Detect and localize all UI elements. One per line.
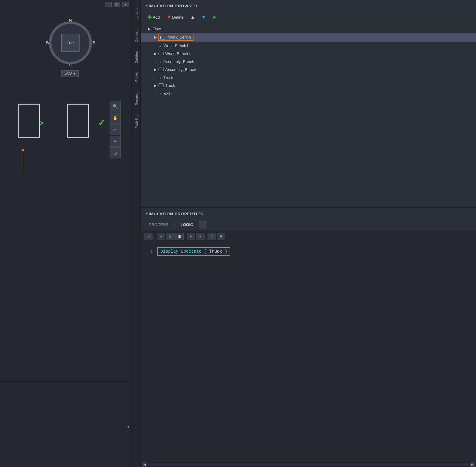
move-down-button[interactable]: ▼: [199, 13, 209, 21]
browser-tree: ▶ Flow ▶ Work_Bench ↳ Work_Bench1: [141, 24, 476, 207]
tree-expand-assembly[interactable]: ▶: [153, 67, 158, 72]
copy-icon: ⧉: [169, 235, 171, 239]
assembly-link-label: Assembly_Bench: [163, 59, 194, 64]
tree-item-workbench[interactable]: ▶ Work_Bench: [141, 33, 476, 42]
orange-arrow-up: ▲: [21, 147, 25, 173]
arrow-check-icon: ✓: [98, 118, 105, 128]
side-tabs-column: Locatio... Conve... Entities Flows Resou…: [132, 0, 141, 467]
flow-label: Flow: [152, 27, 161, 31]
workbench1-link-label: Work_Bench1: [163, 43, 188, 48]
compass-center-button[interactable]: TOP: [61, 34, 80, 52]
browser-toolbar: ✚ Add ✖ Delete ▲ ▼ ➤: [141, 11, 476, 24]
tree-expand-workbench[interactable]: ▶: [153, 35, 158, 40]
move-up-button[interactable]: ▲: [188, 13, 198, 21]
indent-less-icon: ⇤: [190, 235, 192, 238]
workbench1-label: Work_Bench1: [165, 51, 190, 56]
horizontal-scrollbar: ◀ ▶: [141, 462, 476, 467]
tab-separator: |: [174, 222, 175, 228]
compass-ring: TOP: [49, 21, 92, 64]
node-icon[interactable]: ✦: [110, 136, 121, 147]
main-content-area: SIMULATION BROWSER ✚ Add ✖ Delete ▲ ▼ ➤: [141, 0, 476, 467]
tree-expand-workbench1[interactable]: ▶: [153, 51, 158, 56]
line-number-1: 1: [143, 249, 152, 254]
link-connector-2: ↳: [158, 59, 162, 64]
code-paren-close: ): [225, 249, 227, 254]
scroll-indicator: ▼: [126, 424, 130, 429]
assembly-icon: [159, 68, 163, 71]
indent-more-icon: ⇥: [199, 235, 201, 238]
link-connector-4: ↳: [158, 91, 162, 96]
paste-icon: 📋: [178, 235, 181, 238]
tree-item-assembly-link[interactable]: ↳ Assembly_Bench: [141, 57, 476, 65]
tab-logic[interactable]: LOGIC: [176, 221, 197, 229]
scroll-right-button[interactable]: ▶: [470, 462, 475, 467]
align-left-button[interactable]: ⬡: [208, 233, 216, 240]
pan-icon[interactable]: ✋: [110, 113, 121, 124]
indent-more-button[interactable]: ⇥: [196, 233, 204, 240]
truck-label: Truck: [165, 83, 175, 88]
tree-item-truck-link[interactable]: ↳ Truck: [141, 73, 476, 81]
exit-link-label: EXIT: [163, 91, 172, 96]
tree-item-workbench1-link[interactable]: ↳ Work_Bench1: [141, 42, 476, 50]
viewport-rect-right: [67, 104, 89, 138]
properties-toolbar: PROCESS | LOGIC ...: [141, 219, 476, 231]
vertical-toolbar: 🔍 ✋ ✂ ✦ ⊞: [110, 101, 121, 158]
viewport-bottom: ▼: [0, 381, 131, 467]
sidebar-item-conveyors[interactable]: Conve...: [132, 24, 141, 47]
tree-item-exit-link[interactable]: ↳ EXIT: [141, 89, 476, 97]
indent-less-button[interactable]: ⇤: [187, 233, 195, 240]
doc-button[interactable]: ≡: [144, 233, 153, 240]
tree-expand-flow[interactable]: ▶: [147, 26, 152, 31]
minimize-button[interactable]: —: [105, 2, 112, 7]
truck-link-label: Truck: [163, 75, 173, 80]
grid-icon[interactable]: ⊞: [110, 147, 121, 158]
code-toolbar: ≡ ✂ ⧉ 📋 ⇤ ⇥: [141, 231, 476, 242]
tree-item-truck[interactable]: ▶ Truck: [141, 81, 476, 89]
left-viewport-panel: — ❐ ✕ N S W E TOP WCS ▾ > ✓ ▲ 🔍 ✋: [0, 0, 132, 467]
copy-button[interactable]: ⧉: [166, 233, 174, 240]
delete-button[interactable]: ✖ Delete: [164, 13, 187, 21]
sidebar-item-entities[interactable]: Entities: [132, 47, 141, 68]
code-paren-open: (: [204, 249, 207, 254]
link-connector-3: ↳: [158, 75, 162, 80]
viewport-rect-left: [18, 104, 40, 138]
simulation-properties: SIMULATION PROPERTIES PROCESS | LOGIC ..…: [141, 208, 476, 467]
add-button[interactable]: ✚ Add: [144, 13, 163, 21]
tree-item-workbench1[interactable]: ▶ Work_Bench1: [141, 50, 476, 57]
sidebar-item-flows[interactable]: Flows: [132, 68, 141, 86]
delete-icon: ✖: [167, 15, 171, 20]
workbench-highlight-box: Work_Bench: [158, 34, 193, 41]
sidebar-item-location[interactable]: Locatio...: [132, 0, 141, 24]
doc-icon: ≡: [148, 235, 150, 238]
cut-button[interactable]: ✂: [157, 233, 165, 240]
close-button[interactable]: ✕: [122, 2, 129, 7]
scroll-left-button[interactable]: ◀: [142, 462, 147, 467]
align-right-button[interactable]: ⬢: [217, 233, 225, 240]
tree-item-flow[interactable]: ▶ Flow: [141, 25, 476, 33]
sidebar-item-path-networks[interactable]: Path N...: [132, 110, 141, 133]
export-button[interactable]: ➤: [210, 13, 219, 22]
wcs-button[interactable]: WCS ▾: [61, 70, 79, 77]
tree-expand-truck[interactable]: ▶: [153, 83, 158, 88]
scrollbar-track[interactable]: [148, 463, 469, 466]
workbench1-icon: [159, 52, 163, 55]
cut-icon: ✂: [160, 235, 163, 239]
zoom-icon[interactable]: 🔍: [110, 101, 121, 112]
tree-item-assembly[interactable]: ▶ Assembly_Bench: [141, 65, 476, 73]
sidebar-item-resources[interactable]: Resour...: [132, 86, 141, 110]
code-area: 1 Display LocState ( Truck ): [141, 242, 476, 462]
keyword-locstate: LocState: [181, 249, 201, 254]
right-panel-area: Locatio... Conve... Entities Flows Resou…: [132, 0, 476, 467]
code-content-1[interactable]: Display LocState ( Truck ): [157, 247, 230, 256]
select-icon[interactable]: ✂: [110, 124, 121, 135]
assembly-label: Assembly_Bench: [165, 67, 196, 72]
compass-east: E: [92, 41, 95, 45]
align-right-icon: ⬢: [220, 235, 222, 238]
maximize-button[interactable]: ❐: [114, 2, 120, 7]
tab-process[interactable]: PROCESS: [144, 221, 173, 229]
paste-button[interactable]: 📋: [175, 233, 184, 240]
workbench-label: Work_Bench: [168, 35, 191, 39]
truck-icon: [159, 83, 163, 87]
sim-browser-title: SIMULATION BROWSER: [141, 0, 476, 11]
tab-more-button[interactable]: ...: [199, 221, 207, 228]
